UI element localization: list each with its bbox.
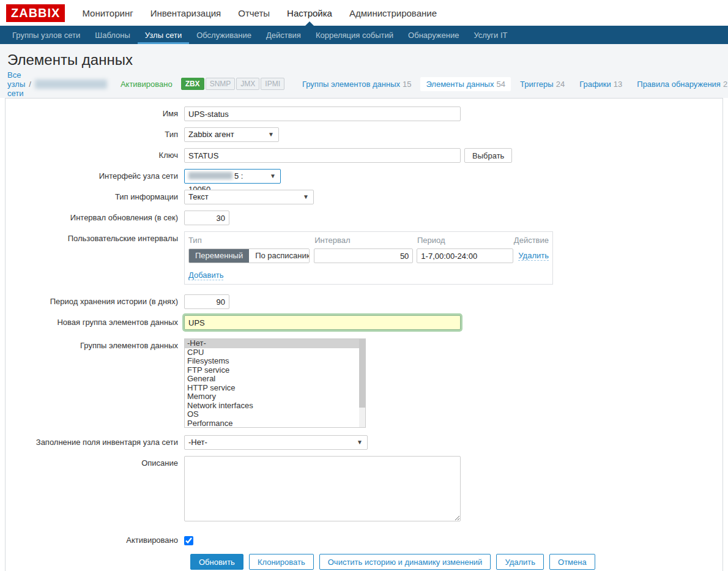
enabled-checkbox[interactable] — [184, 536, 193, 545]
tab-applications[interactable]: Группы элементов данных15 — [297, 77, 417, 91]
interval-add-link[interactable]: Добавить — [188, 271, 223, 280]
tab-triggers-count: 24 — [556, 80, 565, 89]
form-row-update-interval: Интервал обновления (в сек) — [6, 211, 722, 225]
history-input[interactable] — [184, 294, 229, 309]
key-select-button[interactable]: Выбрать — [464, 148, 512, 163]
form-row-type: Тип Zabbix агент ▼ — [6, 127, 722, 142]
applications-listbox[interactable]: -Нет- CPU Filesystems FTP service Genera… — [184, 338, 366, 428]
cancel-button[interactable]: Отмена — [549, 554, 595, 570]
jmx-availability-badge: JMX — [236, 78, 259, 90]
menu-reports[interactable]: Отчеты — [229, 0, 278, 26]
host-entity-tabs: Группы элементов данных15 Элементы данны… — [297, 77, 728, 91]
name-input[interactable] — [184, 106, 461, 121]
tab-triggers[interactable]: Триггеры24 — [514, 77, 570, 91]
info-type-select[interactable]: Текст ▼ — [184, 190, 314, 204]
new-application-input[interactable] — [184, 315, 461, 330]
listbox-scrollbar-thumb[interactable] — [359, 339, 365, 408]
ci-header-interval: Интервал — [314, 236, 417, 245]
host-status-label: Активировано — [121, 80, 173, 89]
subnav-discovery[interactable]: Обнаружение — [401, 26, 466, 44]
dropdown-arrow-icon: ▼ — [303, 190, 309, 204]
menu-administration[interactable]: Администрирование — [341, 0, 445, 26]
clear-history-button[interactable]: Очистить историю и динамику изменений — [319, 554, 491, 570]
subnav-maintenance[interactable]: Обслуживание — [189, 26, 259, 44]
redacted-hostname — [35, 80, 107, 89]
menu-configuration-label: Настройка — [287, 8, 332, 18]
key-input[interactable] — [184, 148, 461, 163]
delete-button[interactable]: Удалить — [496, 554, 544, 570]
type-label: Тип — [6, 127, 184, 139]
subnav-templates[interactable]: Шаблоны — [87, 26, 138, 44]
interface-select[interactable]: 5 : 10050 ▼ — [184, 169, 281, 184]
dropdown-arrow-icon: ▼ — [270, 170, 276, 183]
application-option[interactable]: CPU — [185, 348, 365, 357]
interval-delete-link[interactable]: Удалить — [518, 251, 549, 261]
flexible-interval-toggle[interactable]: Переменный — [189, 249, 249, 263]
interval-period-input[interactable] — [417, 248, 513, 263]
description-textarea[interactable] — [184, 456, 461, 521]
description-label: Описание — [6, 456, 184, 468]
subnav-host-groups[interactable]: Группы узлов сети — [5, 26, 87, 44]
dropdown-arrow-icon: ▼ — [268, 128, 274, 141]
zbx-availability-badge: ZBX — [181, 78, 204, 90]
breadcrumb-all-hosts-link[interactable]: Все узлы сети — [7, 70, 25, 98]
menu-inventory[interactable]: Инвентаризация — [142, 0, 230, 26]
application-option[interactable]: Memory — [185, 392, 365, 401]
custom-intervals-box: Тип Интервал Период Действие Переменный … — [184, 231, 553, 285]
clone-button[interactable]: Клонировать — [249, 554, 314, 570]
type-select[interactable]: Zabbix агент ▼ — [184, 127, 279, 142]
breadcrumb: Все узлы сети / Активировано ZBX SNMP JM… — [0, 76, 728, 92]
zabbix-logo[interactable]: ZABBIX — [6, 4, 65, 22]
menu-monitoring[interactable]: Мониторинг — [73, 0, 141, 26]
application-option[interactable]: Network interfaces — [185, 401, 365, 411]
scheduling-interval-toggle[interactable]: По расписанию — [249, 249, 310, 263]
ci-header-type: Тип — [188, 236, 314, 245]
breadcrumb-separator: / — [29, 80, 31, 89]
tab-items-count: 54 — [496, 80, 505, 89]
config-subnav: Группы узлов сети Шаблоны Узлы сети Обсл… — [0, 26, 728, 44]
tab-discovery-rules-count: 2 — [723, 80, 727, 89]
enabled-label: Активировано — [6, 533, 184, 545]
inventory-select[interactable]: -Нет- ▼ — [184, 435, 368, 450]
tab-discovery-rules[interactable]: Правила обнаружения2 — [631, 77, 728, 91]
application-option[interactable]: HTTP service — [185, 384, 365, 393]
redacted-interface-ip — [188, 172, 232, 179]
application-option[interactable]: OS — [185, 410, 365, 419]
page-header-band: Элементы данных Все узлы сети / Активиро… — [0, 44, 728, 98]
application-option[interactable]: Filesystems — [185, 357, 365, 366]
breadcrumb-host-link[interactable] — [35, 79, 107, 89]
info-type-select-value: Текст — [188, 192, 209, 201]
inventory-label: Заполнение поля инвентаря узла сети — [6, 435, 184, 447]
tab-applications-label: Группы элементов данных — [302, 80, 400, 89]
interval-value-input[interactable] — [314, 248, 413, 263]
custom-interval-row: Переменный По расписанию Удалить — [188, 248, 549, 263]
ci-header-action: Действие — [514, 236, 549, 245]
info-type-label: Тип информации — [6, 190, 184, 201]
update-button[interactable]: Обновить — [190, 554, 243, 570]
application-option[interactable]: FTP service — [185, 366, 365, 375]
interval-type-toggle: Переменный По расписанию — [188, 248, 310, 263]
new-application-label: Новая группа элементов данных — [6, 315, 184, 327]
tab-graphs[interactable]: Графики13 — [574, 77, 628, 91]
menu-configuration[interactable]: Настройка — [278, 0, 341, 26]
update-interval-label: Интервал обновления (в сек) — [6, 211, 184, 222]
form-row-info-type: Тип информации Текст ▼ — [6, 190, 722, 204]
form-row-history: Период хранения истории (в днях) — [6, 294, 722, 309]
application-option[interactable]: General — [185, 375, 365, 384]
listbox-scrollbar[interactable] — [359, 339, 365, 427]
update-interval-input[interactable] — [184, 211, 229, 225]
form-row-key: Ключ Выбрать — [6, 148, 722, 163]
tab-applications-count: 15 — [403, 80, 411, 89]
type-select-value: Zabbix агент — [188, 130, 234, 139]
subnav-hosts[interactable]: Узлы сети — [138, 26, 189, 44]
tab-items[interactable]: Элементы данных54 — [420, 77, 510, 91]
custom-intervals-label: Пользовательские интервалы — [6, 231, 184, 243]
subnav-it-services[interactable]: Услуги IT — [466, 26, 514, 44]
form-row-new-application: Новая группа элементов данных — [6, 315, 722, 330]
form-row-applications: Группы элементов данных -Нет- CPU Filesy… — [6, 338, 722, 428]
application-option[interactable]: Performance — [185, 419, 365, 428]
subnav-event-correlation[interactable]: Корреляция событий — [308, 26, 401, 44]
subnav-actions[interactable]: Действия — [259, 26, 308, 44]
form-row-custom-intervals: Пользовательские интервалы Тип Интервал … — [6, 231, 722, 285]
application-option[interactable]: -Нет- — [185, 339, 365, 348]
